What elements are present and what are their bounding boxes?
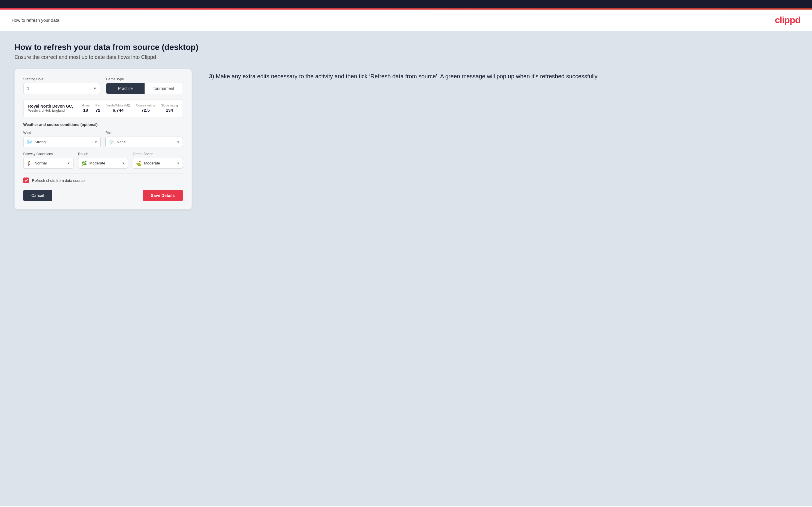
course-rating-label: Course rating [136, 104, 155, 107]
button-row: Cancel Save Details [23, 190, 183, 201]
page-subheading: Ensure the correct and most up to date d… [14, 54, 798, 60]
rough-arrow-icon: ▼ [122, 162, 125, 165]
form-row-top: Starting Hole 1 10 ▼ Game Type Practice … [23, 77, 183, 94]
practice-button[interactable]: Practice [106, 83, 145, 94]
green-speed-label: Green Speed [133, 152, 183, 156]
rough-value: Moderate [89, 161, 119, 165]
sidebar-text: 3) Make any extra edits necessary to the… [209, 69, 798, 81]
save-button[interactable]: Save Details [143, 190, 183, 201]
tournament-button[interactable]: Tournament [145, 83, 183, 94]
course-stats: Holes 18 Par 72 Yards/White (M)) 6,744 C… [82, 104, 178, 113]
refresh-label: Refresh shots from data source [32, 178, 85, 183]
fairway-group: Fairway Conditions 🏌️ Normal ▼ [23, 152, 73, 169]
green-speed-arrow-icon: ▼ [176, 162, 180, 165]
yards-value: 6,744 [113, 108, 124, 113]
wind-select[interactable]: 🌬️ Strong ▼ [23, 136, 101, 147]
fairway-icon: 🏌️ [27, 160, 32, 166]
green-speed-value: Moderate [144, 161, 174, 165]
stat-holes: Holes 18 [82, 104, 90, 113]
holes-label: Holes [82, 104, 90, 107]
slope-rating-value: 134 [166, 108, 173, 113]
divider [23, 173, 183, 173]
stat-yards: Yards/White (M)) 6,744 [106, 104, 130, 113]
starting-hole-select-wrapper: 1 10 ▼ [23, 83, 100, 94]
rough-group: Rough 🌿 Moderate ▼ [78, 152, 128, 169]
conditions-title: Weather and course conditions (optional) [23, 122, 183, 127]
fairway-arrow-icon: ▼ [67, 162, 70, 165]
sidebar-description: 3) Make any extra edits necessary to the… [209, 72, 798, 81]
main-content: How to refresh your data from source (de… [0, 31, 812, 506]
starting-hole-group: Starting Hole 1 10 ▼ [23, 77, 100, 94]
stat-par: Par 72 [96, 104, 100, 113]
fairway-select[interactable]: 🏌️ Normal ▼ [23, 158, 73, 169]
green-speed-select[interactable]: ⛳ Moderate ▼ [133, 158, 183, 169]
fairway-label: Fairway Conditions [23, 152, 73, 156]
green-speed-icon: ⛳ [136, 160, 142, 166]
cancel-button[interactable]: Cancel [23, 190, 52, 201]
wind-icon: 🌬️ [27, 139, 32, 145]
game-type-toggle: Practice Tournament [106, 83, 183, 94]
conditions-row-2: Fairway Conditions 🏌️ Normal ▼ Rough 🌿 M… [23, 152, 183, 169]
header: How to refresh your data clippd [0, 10, 812, 31]
green-speed-group: Green Speed ⛳ Moderate ▼ [133, 152, 183, 169]
fairway-value: Normal [35, 161, 65, 165]
wind-value: Strong [35, 140, 92, 144]
refresh-checkbox[interactable] [23, 177, 29, 183]
starting-hole-label: Starting Hole [23, 77, 100, 81]
header-title: How to refresh your data [12, 18, 59, 22]
rain-group: Rain 🌧️ None ▼ [105, 131, 183, 147]
wind-label: Wind [23, 131, 101, 135]
course-name-location: Royal North Devon GC, Westward Ho!, Engl… [28, 104, 73, 113]
rain-arrow-icon: ▼ [176, 140, 180, 144]
wind-arrow-icon: ▼ [94, 140, 98, 144]
course-location: Westward Ho!, England [28, 109, 73, 113]
refresh-checkbox-row[interactable]: Refresh shots from data source [23, 177, 183, 183]
game-type-label: Game Type [106, 77, 183, 81]
page-heading: How to refresh your data from source (de… [14, 43, 798, 52]
conditions-row-1: Wind 🌬️ Strong ▼ Rain 🌧️ None ▼ [23, 131, 183, 147]
logo: clippd [775, 15, 800, 25]
rain-value: None [117, 140, 174, 144]
slope-rating-label: Slope rating [161, 104, 178, 107]
top-bar [0, 0, 812, 8]
edit-card: Starting Hole 1 10 ▼ Game Type Practice … [14, 69, 192, 210]
rough-label: Rough [78, 152, 128, 156]
yards-label: Yards/White (M)) [106, 104, 130, 107]
wind-group: Wind 🌬️ Strong ▼ [23, 131, 101, 147]
stat-course-rating: Course rating 72.5 [136, 104, 155, 113]
course-name: Royal North Devon GC, [28, 104, 73, 109]
game-type-group: Game Type Practice Tournament [106, 77, 183, 94]
par-label: Par [96, 104, 100, 107]
rain-icon: 🌧️ [109, 139, 114, 145]
holes-value: 18 [83, 108, 88, 113]
stat-slope-rating: Slope rating 134 [161, 104, 178, 113]
rough-icon: 🌿 [81, 160, 87, 166]
rain-label: Rain [105, 131, 183, 135]
par-value: 72 [96, 108, 100, 113]
content-layout: Starting Hole 1 10 ▼ Game Type Practice … [14, 69, 798, 210]
rain-select[interactable]: 🌧️ None ▼ [105, 136, 183, 147]
course-info-box: Royal North Devon GC, Westward Ho!, Engl… [23, 99, 183, 117]
starting-hole-select[interactable]: 1 10 [23, 83, 100, 94]
rough-select[interactable]: 🌿 Moderate ▼ [78, 158, 128, 169]
course-rating-value: 72.5 [141, 108, 150, 113]
